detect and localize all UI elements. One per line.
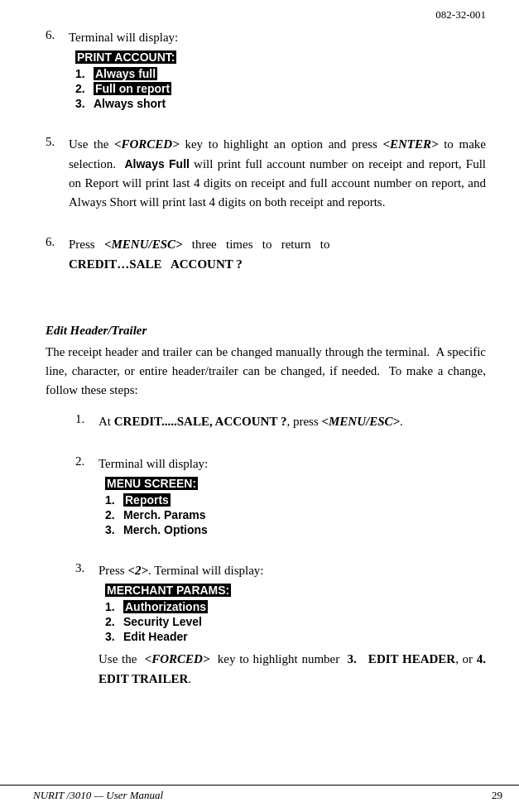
merchant-params-label: MERCHANT PARAMS: [105, 584, 231, 597]
footer-left: NURIT /3010 — User Manual [33, 789, 163, 802]
section-5-content: Use the <FORCED> key to highlight an opt… [69, 135, 486, 212]
inner-num-2: 2. [75, 82, 94, 95]
always-short-label: Always short [94, 97, 166, 110]
menu-num-2: 2. [105, 508, 123, 521]
section-6b-item: 6. Press <MENU/ESC> three times to retur… [46, 235, 486, 274]
security-level-label: Security Level [123, 615, 202, 628]
step-2-num: 2. [75, 454, 99, 538]
merchant-item-2: 2. Security Level [105, 615, 486, 628]
merchant-item-3: 3. Edit Header [105, 630, 486, 643]
menu-item-1: 1. Reports [105, 493, 486, 507]
section-6a-num: 6. [46, 28, 69, 112]
edit-header-label: Edit Header [123, 630, 188, 643]
section-6b: 6. Press <MENU/ESC> three times to retur… [46, 235, 486, 274]
step-3-item: 3. Press <2>. Terminal will display: MER… [75, 561, 486, 689]
always-full-label: Always full [94, 67, 157, 80]
key-2: <2> [127, 564, 148, 577]
doc-number: 082-32-001 [46, 8, 486, 22]
edit-intro-text: The receipt header and trailer can be ch… [46, 343, 486, 401]
section-6b-content: Press <MENU/ESC> three times to return t… [69, 235, 486, 274]
section-5-num: 5. [46, 135, 69, 212]
footer-right: 29 [492, 789, 502, 802]
inner-item-2: 2. Full on report [75, 82, 486, 95]
credit-sale-ref-2: CREDIT.....SALE, ACCOUNT ? [114, 415, 287, 428]
step-3-inner: MERCHANT PARAMS: 1. Authorizations 2. Se… [105, 584, 486, 643]
step-1: 1. At CREDIT.....SALE, ACCOUNT ?, press … [75, 412, 486, 431]
merchant-num-3: 3. [105, 630, 123, 643]
edit-header-trailer-heading: Edit Header/Trailer [46, 324, 486, 338]
merch-params-label: Merch. Params [123, 508, 206, 521]
edit-header-ref: 3. EDIT HEADER [348, 652, 456, 665]
section-6b-num: 6. [46, 235, 69, 274]
section-6a-inner: PRINT ACCOUNT: 1. Always full 2. Full on… [75, 50, 486, 110]
step-2-content: Terminal will display: MENU SCREEN: 1. R… [99, 454, 486, 538]
section-6a-item: 6. Terminal will display: PRINT ACCOUNT:… [46, 28, 486, 112]
step-2-item: 2. Terminal will display: MENU SCREEN: 1… [75, 454, 486, 538]
always-full-text: Always Full [124, 157, 189, 171]
step-3: 3. Press <2>. Terminal will display: MER… [75, 561, 486, 689]
merchant-item-1: 1. Authorizations [105, 600, 486, 613]
reports-label: Reports [123, 493, 171, 507]
menu-num-1: 1. [105, 493, 123, 507]
inner-num-1: 1. [75, 67, 94, 80]
menu-esc-key-2: <MENU/ESC> [321, 415, 400, 428]
enter-key: <ENTER> [382, 137, 438, 151]
full-on-report-label: Full on report [94, 82, 171, 95]
section-5: 5. Use the <FORCED> key to highlight an … [46, 135, 486, 212]
credit-sale-ref-1: CREDIT…SALE ACCOUNT ? [69, 257, 243, 271]
section-5-item: 5. Use the <FORCED> key to highlight an … [46, 135, 486, 212]
step-2-intro: Terminal will display: [99, 454, 486, 473]
step-3-content: Press <2>. Terminal will display: MERCHA… [99, 561, 486, 689]
print-account-label: PRINT ACCOUNT: [75, 50, 176, 64]
footer: NURIT /3010 — User Manual 29 [0, 785, 519, 802]
menu-esc-key-1: <MENU/ESC> [104, 238, 183, 251]
step-2: 2. Terminal will display: MENU SCREEN: 1… [75, 454, 486, 538]
edit-intro-para: The receipt header and trailer can be ch… [46, 343, 486, 401]
section-6a-content: Terminal will display: PRINT ACCOUNT: 1.… [69, 28, 486, 112]
step-1-text: At CREDIT.....SALE, ACCOUNT ?, press <ME… [99, 412, 486, 431]
step-1-item: 1. At CREDIT.....SALE, ACCOUNT ?, press … [75, 412, 486, 431]
step-1-num: 1. [75, 412, 99, 431]
inner-item-3: 3. Always short [75, 97, 486, 110]
merch-options-label: Merch. Options [123, 523, 208, 536]
authorizations-label: Authorizations [123, 600, 208, 613]
step-1-content: At CREDIT.....SALE, ACCOUNT ?, press <ME… [99, 412, 486, 431]
step-3-intro: Press <2>. Terminal will display: [99, 561, 486, 580]
inner-num-3: 3. [75, 97, 94, 110]
inner-item-1: 1. Always full [75, 67, 486, 80]
step-3-use-line: Use the <FORCED> key to highlight number… [99, 650, 486, 689]
forced-key-1: <FORCED> [114, 137, 180, 151]
forced-key-2: <FORCED> [145, 652, 210, 665]
section-5-para: Use the <FORCED> key to highlight an opt… [69, 135, 486, 212]
menu-screen-label: MENU SCREEN: [105, 477, 198, 490]
section-6a-intro: Terminal will display: [69, 28, 486, 47]
menu-num-3: 3. [105, 523, 123, 536]
merchant-num-2: 2. [105, 615, 123, 628]
section-6a: 6. Terminal will display: PRINT ACCOUNT:… [46, 28, 486, 112]
merchant-num-1: 1. [105, 600, 123, 613]
page-container: 082-32-001 6. Terminal will display: PRI… [0, 0, 519, 812]
step-3-num: 3. [75, 561, 99, 689]
step-2-inner: MENU SCREEN: 1. Reports 2. Merch. Params… [105, 477, 486, 536]
menu-item-2: 2. Merch. Params [105, 508, 486, 521]
section-6b-para: Press <MENU/ESC> three times to return t… [69, 235, 486, 274]
menu-item-3: 3. Merch. Options [105, 523, 486, 536]
